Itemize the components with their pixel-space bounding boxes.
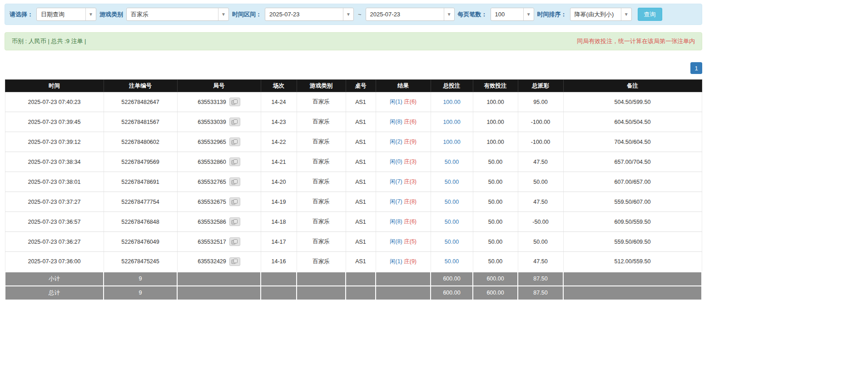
total-bet-link[interactable]: 100.00 (443, 139, 460, 145)
total-bet-link[interactable]: 50.00 (445, 159, 459, 165)
cell-payout: -50.00 (518, 212, 563, 232)
time-range-label: 时间区间： (232, 10, 262, 19)
cell-table-no: AS1 (346, 172, 376, 192)
round-number: 635533139 (198, 99, 226, 105)
cell-payout: 47.50 (518, 192, 563, 212)
round-number: 635532765 (198, 179, 226, 185)
date-range-tilde: ~ (357, 11, 362, 18)
view-cards-icon[interactable] (229, 138, 240, 146)
cell-round: 635532429 (177, 252, 261, 272)
total-bet-link[interactable]: 50.00 (445, 219, 459, 225)
result-banker: 庄(9) (404, 138, 417, 145)
view-cards-icon[interactable] (229, 237, 240, 246)
query-type-value: 日期查询 (37, 8, 85, 20)
cell-remark: 607.00/657.00 (563, 172, 702, 192)
cell-valid-bet: 100.00 (473, 132, 518, 152)
chevron-down-icon: ▼ (343, 8, 353, 20)
chevron-down-icon: ▼ (218, 8, 228, 20)
cell-remark: 504.50/599.50 (563, 92, 702, 112)
result-player: 闲(7) (390, 198, 402, 205)
cell-time: 2025-07-23 07:36:57 (5, 212, 104, 232)
result-player: 闲(2) (390, 138, 402, 145)
result-player: 闲(8) (390, 238, 402, 245)
subtotal-payout: 87.50 (518, 272, 563, 286)
view-cards-icon[interactable] (229, 217, 240, 226)
cell-remark: 704.50/604.50 (563, 132, 702, 152)
cell-valid-bet: 50.00 (473, 212, 518, 232)
valid-bet-notice-text: 同局有效投注，统一计算在该局第一张注单内 (577, 37, 695, 45)
col-remark: 备注 (563, 80, 702, 92)
query-button[interactable]: 查询 (638, 8, 662, 21)
cell-session: 14-17 (261, 232, 297, 252)
page-1-button[interactable]: 1 (690, 62, 702, 74)
cell-game: 百家乐 (297, 92, 346, 112)
cell-table-no: AS1 (346, 132, 376, 152)
cell-bet-id: 522678482647 (104, 92, 177, 112)
table-row: 2025-07-23 07:36:27 522678476049 6355325… (5, 232, 702, 252)
view-cards-icon[interactable] (229, 98, 240, 106)
view-cards-icon[interactable] (229, 177, 240, 186)
cell-round: 635532675 (177, 192, 261, 212)
cell-total-bet: 50.00 (431, 212, 473, 232)
result-banker: 庄(3) (404, 178, 417, 185)
table-row: 2025-07-23 07:40:23 522678482647 6355331… (5, 92, 702, 112)
result-player: 闲(1) (390, 258, 402, 265)
total-bet-link[interactable]: 50.00 (445, 239, 459, 245)
cell-total-bet: 50.00 (431, 152, 473, 172)
game-category-value: 百家乐 (127, 8, 218, 20)
date-from-value: 2025-07-23 (265, 8, 343, 20)
view-cards-icon[interactable] (229, 157, 240, 166)
cell-valid-bet: 50.00 (473, 232, 518, 252)
cell-round: 635532765 (177, 172, 261, 192)
cell-valid-bet: 100.00 (473, 92, 518, 112)
subtotal-count: 9 (104, 272, 177, 286)
col-session: 场次 (261, 80, 297, 92)
cell-bet-id: 522678479569 (104, 152, 177, 172)
total-bet-link[interactable]: 50.00 (445, 179, 459, 185)
table-row: 2025-07-23 07:38:34 522678479569 6355328… (5, 152, 702, 172)
cell-payout: -100.00 (518, 112, 563, 132)
date-from-picker[interactable]: 2025-07-23 ▼ (265, 8, 354, 21)
table-body: 2025-07-23 07:40:23 522678482647 6355331… (5, 92, 702, 272)
cell-bet-id: 522678481567 (104, 112, 177, 132)
page-container: 请选择： 日期查询 ▼ 游戏类别 百家乐 ▼ 时间区间： 2025-07-23 … (0, 0, 707, 304)
time-sort-value: 降幂(由大到小) (570, 8, 621, 20)
cell-result: 闲(8) 庄(5) (376, 232, 431, 252)
total-bet-link[interactable]: 100.00 (443, 99, 460, 105)
view-cards-icon[interactable] (229, 118, 240, 126)
cell-game: 百家乐 (297, 132, 346, 152)
table-row: 2025-07-23 07:39:12 522678480602 6355329… (5, 132, 702, 152)
cell-valid-bet: 50.00 (473, 192, 518, 212)
cell-bet-id: 522678478691 (104, 172, 177, 192)
cell-time: 2025-07-23 07:36:00 (5, 252, 104, 272)
cell-session: 14-18 (261, 212, 297, 232)
total-bet-link[interactable]: 50.00 (445, 258, 459, 265)
game-category-label: 游戏类别 (99, 10, 123, 19)
total-bet-link[interactable]: 100.00 (443, 119, 460, 125)
round-number: 635533039 (198, 119, 226, 125)
query-type-dropdown[interactable]: 日期查询 ▼ (36, 8, 96, 21)
cell-session: 14-16 (261, 252, 297, 272)
summary-bar: 币别 : 人民币 | 总共 :9 注单 | 同局有效投注，统一计算在该局第一张注… (5, 32, 702, 50)
round-number: 635532965 (198, 139, 226, 145)
cell-game: 百家乐 (297, 172, 346, 192)
per-page-dropdown[interactable]: 100 ▼ (491, 8, 534, 21)
cell-game: 百家乐 (297, 232, 346, 252)
cell-bet-id: 522678477754 (104, 192, 177, 212)
col-round: 局号 (177, 80, 261, 92)
result-banker: 庄(6) (404, 218, 417, 225)
total-count: 9 (104, 286, 177, 300)
cell-result: 闲(7) 庄(8) (376, 192, 431, 212)
view-cards-icon[interactable] (229, 257, 240, 266)
result-player: 闲(8) (390, 218, 402, 225)
cell-table-no: AS1 (346, 92, 376, 112)
cell-bet-id: 522678476848 (104, 212, 177, 232)
cell-payout: 47.50 (518, 252, 563, 272)
date-to-picker[interactable]: 2025-07-23 ▼ (366, 8, 455, 21)
view-cards-icon[interactable] (229, 197, 240, 206)
cell-total-bet: 50.00 (431, 252, 473, 272)
cell-game: 百家乐 (297, 252, 346, 272)
time-sort-dropdown[interactable]: 降幂(由大到小) ▼ (570, 8, 632, 21)
game-category-dropdown[interactable]: 百家乐 ▼ (126, 8, 229, 21)
total-bet-link[interactable]: 50.00 (445, 199, 459, 205)
